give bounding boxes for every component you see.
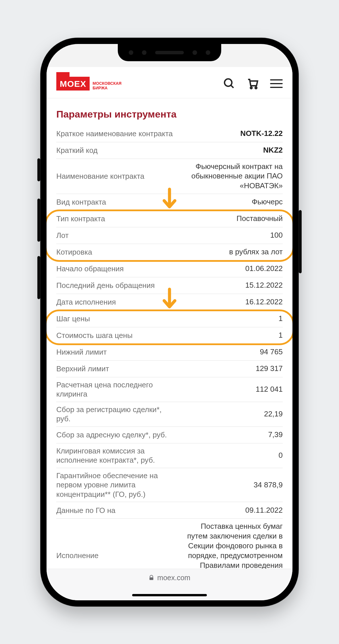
param-value: Фьючерс: [181, 197, 283, 207]
param-label: Тип контракта: [56, 214, 173, 224]
param-label: Нижний лимит: [56, 347, 173, 357]
parameters-table: Краткое наименование контрактаNOTK-12.22…: [47, 126, 292, 569]
param-value: 129 317: [181, 364, 283, 374]
param-label: Гарантийное обеспечение на первом уровне…: [56, 471, 173, 499]
param-label: Верхний лимит: [56, 364, 173, 374]
param-value: Поставочный: [181, 214, 283, 224]
param-value: Фьючерсный контракт на обыкновенные акци…: [181, 162, 283, 191]
param-row: Котировкав рублях за лот: [56, 244, 283, 261]
param-value: 22,19: [181, 409, 283, 419]
param-value: 34 878,9: [181, 480, 283, 490]
param-label: Сбор за регистрацию сделки*, руб.: [56, 405, 173, 424]
param-value: 15.12.2022: [181, 280, 283, 290]
param-value: 94 765: [181, 347, 283, 357]
param-value: 1: [181, 330, 283, 340]
param-label: Котировка: [56, 247, 173, 257]
param-row: Наименование контрактаФьючерсный контрак…: [56, 159, 283, 194]
param-label: Шаг цены: [56, 314, 173, 324]
param-label: Сбор за адресную сделку*, руб.: [56, 430, 173, 440]
param-row: Стоимость шага цены1: [56, 327, 283, 344]
param-value: 112 041: [181, 385, 283, 394]
cart-icon[interactable]: [246, 77, 259, 90]
param-row: Сбор за адресную сделку*, руб.7,39: [56, 427, 283, 443]
phone-screen: MOEX МОСКОВСКАЯБИРЖА: [47, 44, 292, 600]
home-indicator[interactable]: [132, 594, 207, 596]
param-value: NKZ2: [181, 145, 283, 155]
param-label: Вид контракта: [56, 197, 173, 207]
param-label: Клиринговая комиссия за исполнение контр…: [56, 446, 173, 465]
url-host: moex.com: [157, 574, 190, 582]
svg-rect-6: [150, 577, 153, 580]
param-row: Последний день обращения15.12.2022: [56, 277, 283, 294]
canvas: MOEX МОСКОВСКАЯБИРЖА: [11, 0, 328, 644]
page-content[interactable]: MOEX МОСКОВСКАЯБИРЖА: [47, 67, 292, 569]
param-value: 09.11.2022: [181, 505, 283, 515]
param-row: Данные по ГО на09.11.2022: [56, 502, 283, 519]
url-display[interactable]: moex.com: [149, 574, 190, 582]
svg-point-3: [255, 87, 257, 89]
param-row: Расчетная цена последнего клиринга112 04…: [56, 377, 283, 402]
param-row: Начало обращения01.06.2022: [56, 261, 283, 277]
moex-logo[interactable]: MOEX МОСКОВСКАЯБИРЖА: [56, 77, 122, 91]
param-value: в рублях за лот: [181, 247, 283, 257]
param-label: Начало обращения: [56, 264, 173, 274]
lock-icon: [149, 574, 154, 581]
param-value: 7,39: [181, 430, 283, 440]
param-row: Тип контрактаПоставочный: [56, 211, 283, 227]
param-value: 1: [181, 314, 283, 324]
param-row: Клиринговая комиссия за исполнение контр…: [56, 443, 283, 468]
phone-notch: [118, 44, 221, 61]
param-row: Сбор за регистрацию сделки*, руб.22,19: [56, 402, 283, 427]
param-label: Исполнение: [56, 551, 173, 560]
browser-address-bar[interactable]: moex.com: [47, 569, 292, 600]
svg-point-0: [225, 79, 232, 86]
logo-mark: MOEX: [56, 77, 90, 91]
param-value: 0: [181, 451, 283, 460]
header-actions: [223, 77, 283, 90]
param-row: Гарантийное обеспечение на первом уровне…: [56, 468, 283, 502]
param-row: Шаг цены1: [56, 311, 283, 327]
search-icon[interactable]: [223, 77, 236, 90]
phone-frame: MOEX МОСКОВСКАЯБИРЖА: [40, 38, 299, 607]
svg-point-2: [251, 87, 252, 89]
param-value: Поставка ценных бумаг путем заключения с…: [181, 522, 283, 568]
param-row: Нижний лимит94 765: [56, 344, 283, 361]
param-row: Лот100: [56, 227, 283, 244]
section-title: Параметры инструмента: [47, 98, 292, 126]
param-row: ИсполнениеПоставка ценных бумаг путем за…: [56, 519, 283, 568]
param-row: Краткое наименование контрактаNOTK-12.22: [56, 126, 283, 142]
param-value: 16.12.2022: [181, 297, 283, 307]
param-label: Последний день обращения: [56, 281, 173, 290]
param-row: Краткий кодNKZ2: [56, 142, 283, 159]
param-row: Верхний лимит129 317: [56, 361, 283, 377]
param-value: NOTK-12.22: [181, 129, 283, 139]
param-value: 01.06.2022: [181, 264, 283, 274]
param-value: 100: [181, 230, 283, 240]
param-label: Лот: [56, 231, 173, 240]
param-row: Дата исполнения16.12.2022: [56, 294, 283, 311]
param-label: Наименование контракта: [56, 172, 173, 181]
param-label: Дата исполнения: [56, 297, 173, 307]
menu-icon[interactable]: [270, 79, 283, 88]
param-label: Стоимость шага цены: [56, 331, 173, 340]
svg-line-1: [231, 85, 234, 88]
logo-subtitle: МОСКОВСКАЯБИРЖА: [93, 81, 122, 90]
param-label: Расчетная цена последнего клиринга: [56, 380, 173, 399]
param-row: Вид контрактаФьючерс: [56, 194, 283, 211]
param-label: Краткий код: [56, 146, 173, 155]
param-label: Данные по ГО на: [56, 506, 173, 515]
param-label: Краткое наименование контракта: [56, 129, 173, 139]
site-header: MOEX МОСКОВСКАЯБИРЖА: [47, 67, 292, 98]
